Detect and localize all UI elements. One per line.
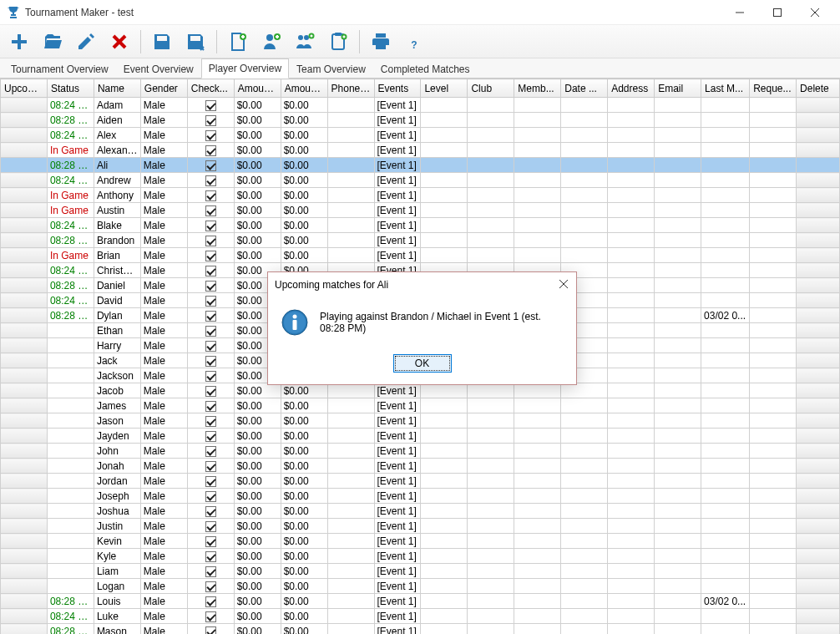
upcoming-matches-dialog: Upcoming matches for Ali Playing against… — [267, 271, 577, 385]
dialog-message: Playing against Brandon / Michael in Eve… — [320, 311, 563, 334]
info-icon — [281, 309, 308, 336]
svg-rect-14 — [293, 320, 297, 330]
dialog-title: Upcoming matches for Ali — [275, 279, 388, 291]
ok-button[interactable]: OK — [393, 354, 452, 373]
dialog-close-button[interactable] — [558, 277, 569, 292]
svg-point-13 — [293, 315, 297, 319]
dialog-overlay: Upcoming matches for Ali Playing against… — [0, 0, 840, 634]
